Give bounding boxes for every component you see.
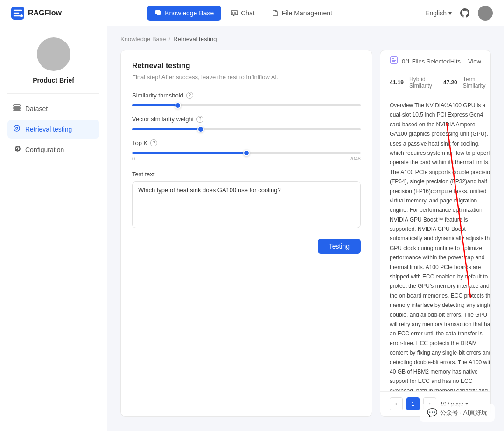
nav-file-management[interactable]: File Management <box>264 6 340 21</box>
top-k-track[interactable] <box>132 152 361 154</box>
svg-rect-6 <box>14 107 20 109</box>
file-icon <box>390 56 398 66</box>
testing-button[interactable]: Testing <box>318 239 361 254</box>
similarity-threshold-help[interactable]: ? <box>186 92 193 99</box>
sidebar-configuration-label: Configuration <box>25 146 64 153</box>
vector-similarity-weight-thumb[interactable] <box>197 126 204 132</box>
similarity-scores-row: 41.19 Hybrid Similarity 47.20 Term Simil… <box>380 72 490 93</box>
top-k-min: 0 <box>132 156 135 161</box>
term-score: 47.20 <box>443 79 457 86</box>
similarity-threshold-text: Similarity threshold <box>132 92 183 99</box>
result-text: Overview The NVIDIA®A100 GPU is a dual-s… <box>390 101 490 391</box>
result-text-container: Overview The NVIDIA®A100 GPU is a dual-s… <box>390 101 490 391</box>
header: RAGFlow Knowledge Base Chat File Managem… <box>0 0 504 26</box>
github-icon[interactable] <box>459 7 470 19</box>
page-size-label: 10 / page <box>440 401 463 407</box>
panel-subtitle: Final step! After success, leave the res… <box>132 74 361 81</box>
similarity-threshold-track[interactable] <box>132 104 361 106</box>
vector-similarity-weight-fill <box>132 128 201 130</box>
header-right: English ▾ <box>425 6 493 21</box>
breadcrumb-separator: / <box>169 35 171 42</box>
logo-text: RAGFlow <box>28 9 62 17</box>
term-label: Term Similarity <box>463 76 486 89</box>
svg-rect-7 <box>14 110 20 111</box>
similarity-threshold-thumb[interactable] <box>175 102 181 109</box>
result-with-annotation: Overview The NVIDIA®A100 GPU is a dual-s… <box>390 101 490 391</box>
ragflow-logo-icon <box>11 7 24 20</box>
top-k-help[interactable]: ? <box>150 139 157 146</box>
sidebar-product-title: Product Brief <box>33 76 74 84</box>
nav-knowledge-base[interactable]: Knowledge Base <box>147 6 221 21</box>
nav-knowledge-base-label: Knowledge Base <box>165 9 214 17</box>
vector-similarity-weight-help[interactable]: ? <box>196 116 203 123</box>
page-size-selector[interactable]: 10 / page ▾ <box>440 401 468 407</box>
pagination: ‹ 1 › 10 / page ▾ <box>380 391 490 416</box>
nav-chat[interactable]: Chat <box>223 6 262 21</box>
header-left: RAGFlow <box>11 7 62 20</box>
layout: Product Brief Dataset <box>0 26 504 431</box>
top-k-fill <box>132 152 246 154</box>
page-1-button[interactable]: 1 <box>406 397 420 410</box>
sidebar: Product Brief Dataset <box>0 26 107 431</box>
svg-point-8 <box>14 125 20 131</box>
file-icon <box>272 9 279 17</box>
sidebar-item-dataset[interactable]: Dataset <box>7 99 99 118</box>
sidebar-retrieval-label: Retrieval testing <box>25 125 72 133</box>
nav-file-management-label: File Management <box>282 9 332 17</box>
right-panel-header: 0/1 Files Selected Hits View <box>380 50 490 72</box>
test-text-input[interactable]: Which type of heat sink does GA100 use f… <box>132 181 361 228</box>
hybrid-score: 41.19 <box>390 79 404 86</box>
view-col: View <box>468 58 481 65</box>
content-area: Retrieval testing Final step! After succ… <box>107 42 504 424</box>
language-selector[interactable]: English ▾ <box>425 9 452 17</box>
panel-title: Retrieval testing <box>132 62 361 70</box>
chat-icon <box>231 9 238 17</box>
breadcrumb: Knowledge Base / Retrieval testing <box>107 26 504 42</box>
left-panel: Retrieval testing Final step! After succ… <box>120 50 372 417</box>
similarity-threshold-label: Similarity threshold ? <box>132 92 361 99</box>
hits-col: Hits <box>450 58 461 65</box>
top-k-label: Top K ? <box>132 139 361 146</box>
prev-page-button[interactable]: ‹ <box>390 397 403 410</box>
test-text-label: Test text <box>132 171 361 178</box>
result-body: Overview The NVIDIA®A100 GPU is a dual-s… <box>390 101 481 391</box>
sidebar-dataset-label: Dataset <box>25 105 48 112</box>
main-content: Knowledge Base / Retrieval testing Retri… <box>107 26 504 431</box>
svg-point-1 <box>20 14 23 17</box>
vector-similarity-weight-track[interactable] <box>132 128 361 130</box>
hybrid-label: Hybrid Similarity <box>409 76 432 89</box>
vector-similarity-weight-label: Vector similarity weight ? <box>132 116 361 123</box>
page-size-chevron: ▾ <box>465 401 468 407</box>
files-selected: 0/1 Files Selected <box>390 56 450 66</box>
dataset-icon <box>13 104 21 113</box>
nav-chat-label: Chat <box>241 9 255 17</box>
similarity-threshold-group: Similarity threshold ? <box>132 92 361 106</box>
sidebar-divider <box>7 93 99 94</box>
files-selected-text[interactable]: 0/1 Files Selected <box>402 58 450 65</box>
language-chevron: ▾ <box>448 9 452 17</box>
result-content: Overview The NVIDIA®A100 GPU is a dual-s… <box>380 93 490 391</box>
sidebar-item-configuration[interactable]: Configuration <box>7 140 99 159</box>
avatar[interactable] <box>478 6 493 21</box>
vector-similarity-weight-group: Vector similarity weight ? <box>132 116 361 130</box>
breadcrumb-parent[interactable]: Knowledge Base <box>120 35 166 42</box>
sidebar-nav: Dataset Retrieval testing <box>7 99 99 159</box>
retrieval-testing-icon <box>13 125 21 134</box>
language-label: English <box>425 9 447 17</box>
top-k-text: Top K <box>132 139 147 146</box>
svg-point-4 <box>236 13 236 13</box>
similarity-threshold-fill <box>132 104 178 106</box>
top-k-range: 0 2048 <box>132 156 361 161</box>
sidebar-item-retrieval-testing[interactable]: Retrieval testing <box>7 120 99 139</box>
svg-point-3 <box>233 13 233 13</box>
next-page-button[interactable]: › <box>423 397 436 410</box>
right-panel: 0/1 Files Selected Hits View 41.19 Hybri… <box>380 50 491 417</box>
svg-rect-5 <box>14 105 20 106</box>
svg-point-9 <box>16 127 18 129</box>
book-icon <box>154 9 162 17</box>
vector-similarity-weight-text: Vector similarity weight <box>132 116 194 123</box>
svg-point-2 <box>234 13 235 13</box>
top-k-group: Top K ? 0 2048 <box>132 139 361 161</box>
top-k-thumb[interactable] <box>243 150 250 156</box>
configuration-icon <box>13 145 21 154</box>
